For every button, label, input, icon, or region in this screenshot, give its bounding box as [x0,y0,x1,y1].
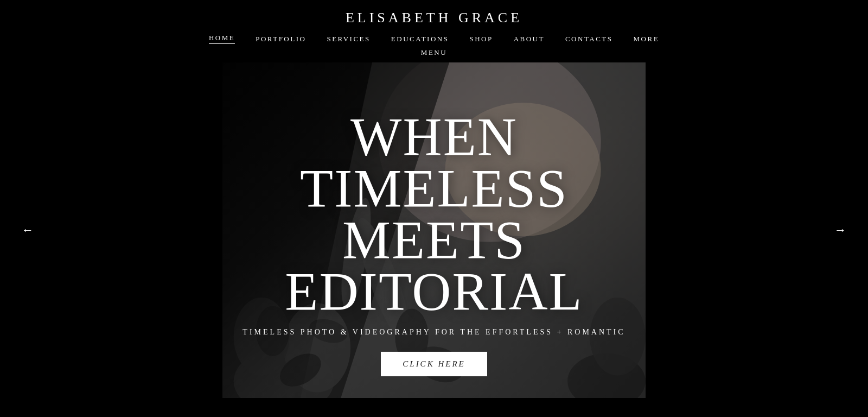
next-arrow[interactable]: → [834,223,846,237]
hero-headline-line2: MEETS EDITORIAL [285,210,583,321]
hero-content: WHEN TIMELESS MEETS EDITORIAL TIMELESS P… [222,111,646,376]
nav-item-contacts[interactable]: CONTACTS [565,35,613,43]
nav-item-more[interactable]: MORE [634,35,660,43]
left-arrow-icon: ← [22,223,34,237]
nav-item-about[interactable]: ABOUT [514,35,545,43]
hero-section: ← WHEN TIMELESS MEETS EDITORIAL TIMELESS… [0,62,868,398]
nav-item-shop[interactable]: SHOP [469,35,493,43]
prev-arrow[interactable]: ← [22,223,34,237]
site-title: ELISABETH GRACE [0,10,868,26]
hero-headline-line1: WHEN TIMELESS [300,106,568,218]
nav-item-home[interactable]: HOME [209,34,235,44]
hero-headline: WHEN TIMELESS MEETS EDITORIAL [222,111,646,317]
nav-item-portfolio[interactable]: PORTFOLIO [256,35,306,43]
nav-item-menu[interactable]: MENU [421,48,447,57]
nav-item-educations[interactable]: EDUCATIONS [391,35,449,43]
site-header: ELISABETH GRACE HOME PORTFOLIO SERVICES … [0,0,868,62]
nav-item-services[interactable]: SERVICES [327,35,370,43]
hero-subheadline: TIMELESS PHOTO & VIDEOGRAPHY FOR THE EFF… [222,328,646,337]
right-arrow-icon: → [834,223,846,237]
hero-cta-button[interactable]: CLICK HERE [381,352,487,376]
main-nav: HOME PORTFOLIO SERVICES EDUCATIONS SHOP … [0,34,868,44]
nav-second-row: MENU [0,48,868,57]
